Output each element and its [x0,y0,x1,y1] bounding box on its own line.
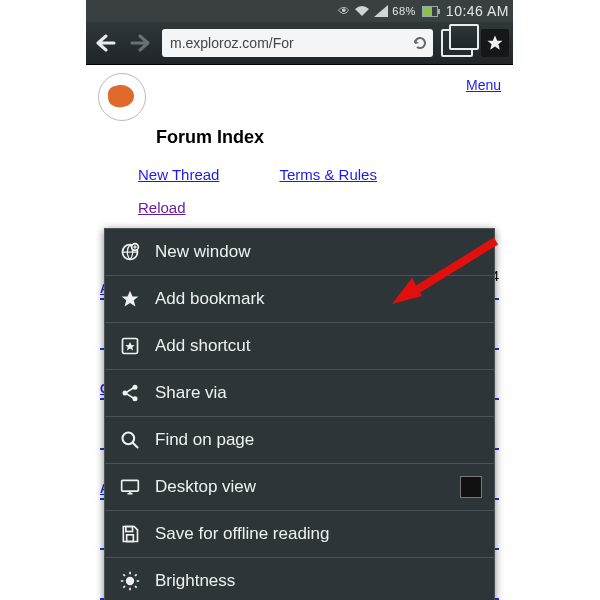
menu-desktop-view[interactable]: Desktop view [105,464,494,511]
menu-save-offline[interactable]: Save for offline reading [105,511,494,558]
terms-rules-link[interactable]: Terms & Rules [279,166,377,183]
save-icon [119,523,141,545]
globe-icon [119,241,141,263]
menu-label: Find on page [155,430,254,450]
reload-icon[interactable] [411,34,429,52]
menu-share-via[interactable]: Share via [105,370,494,417]
menu-add-shortcut[interactable]: Add shortcut [105,323,494,370]
site-menu-link[interactable]: Menu [466,77,501,93]
menu-new-window[interactable]: New window [105,229,494,276]
bookmarks-button[interactable] [481,29,509,57]
status-bar: 👁 68% 10:46 AM [86,0,513,22]
menu-label: Add shortcut [155,336,250,356]
svg-rect-8 [126,527,133,532]
wifi-icon [354,5,370,17]
menu-find-on-page[interactable]: Find on page [105,417,494,464]
web-page: Menu Forum Index New Thread Terms & Rule… [86,65,513,216]
svg-rect-9 [127,535,134,542]
menu-label: Brightness [155,571,235,591]
menu-label: Desktop view [155,477,256,497]
svg-rect-7 [122,480,139,491]
page-title: Forum Index [156,127,501,148]
tabs-button[interactable] [441,29,473,57]
signal-icon [374,5,388,17]
brightness-icon [119,570,141,592]
svg-point-10 [126,577,134,585]
menu-label: New window [155,242,250,262]
back-button[interactable] [90,28,120,58]
menu-label: Save for offline reading [155,524,330,544]
menu-add-bookmark[interactable]: Add bookmark [105,276,494,323]
smart-stay-icon: 👁 [338,4,351,18]
menu-brightness[interactable]: Brightness [105,558,494,600]
site-logo [98,73,146,121]
battery-icon [422,6,438,17]
forward-button[interactable] [126,28,156,58]
clock: 10:46 AM [446,3,509,19]
overflow-menu: New window Add bookmark Add shortcut Sha… [104,228,495,600]
url-bar[interactable]: m.exploroz.com/For [162,29,433,57]
reload-link[interactable]: Reload [138,199,186,216]
browser-toolbar: m.exploroz.com/For [86,22,513,65]
desktop-view-checkbox[interactable] [460,476,482,498]
search-icon [119,429,141,451]
menu-label: Share via [155,383,227,403]
new-thread-link[interactable]: New Thread [138,166,219,183]
phone-screenshot: 👁 68% 10:46 AM m.exploroz.com/For [86,0,513,600]
url-text: m.exploroz.com/For [170,35,411,51]
battery-percent: 68% [392,5,416,17]
home-shortcut-icon [119,335,141,357]
monitor-icon [119,476,141,498]
star-plus-icon [119,288,141,310]
menu-label: Add bookmark [155,289,265,309]
share-icon [119,382,141,404]
